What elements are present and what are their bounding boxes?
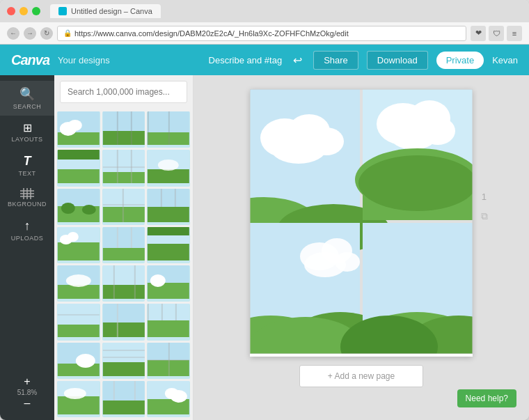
list-item[interactable]	[57, 304, 100, 340]
sidebar-label-uploads: UPLOADS	[11, 235, 44, 242]
list-item[interactable]	[102, 227, 145, 263]
browser-addressbar: ← → ↻ 🔒 https://www.canva.com/design/DAB…	[0, 22, 529, 45]
canva-logo[interactable]: Canva	[11, 52, 49, 68]
svg-rect-77	[102, 362, 144, 376]
list-item[interactable]	[147, 265, 190, 302]
copy-page-icon[interactable]: ⧉	[481, 210, 488, 222]
svg-rect-13	[130, 111, 132, 145]
describe-tag-label: Describe and #tag	[209, 55, 283, 65]
zoom-in-button[interactable]: +	[24, 376, 30, 387]
browser-tab[interactable]: Untitled design – Canva	[50, 4, 161, 18]
background-icon	[20, 188, 34, 199]
svg-point-32	[82, 205, 96, 215]
list-item[interactable]	[102, 381, 145, 417]
sidebar-item-text[interactable]: T TEXT	[0, 148, 54, 182]
list-item[interactable]	[102, 150, 145, 186]
maximize-dot[interactable]	[32, 7, 40, 15]
svg-rect-42	[58, 242, 100, 260]
svg-rect-55	[102, 265, 144, 285]
browser-titlebar: Untitled design – Canva	[0, 0, 529, 22]
panel-search-area	[54, 75, 193, 109]
close-dot[interactable]	[7, 7, 15, 15]
zoom-out-button[interactable]: –	[24, 398, 31, 409]
sidebar-label-text: TEXT	[18, 170, 35, 177]
refresh-button[interactable]: ↻	[40, 27, 53, 40]
svg-point-44	[68, 232, 79, 242]
list-item[interactable]	[57, 227, 100, 263]
user-name: Kevan	[492, 55, 518, 65]
list-item[interactable]	[102, 304, 145, 340]
back-button[interactable]: ←	[7, 27, 19, 40]
svg-rect-10	[102, 111, 144, 132]
svg-rect-37	[148, 189, 189, 207]
sidebar-item-uploads[interactable]: ↑ UPLOADS	[0, 213, 54, 247]
sidebar-item-search[interactable]: 🔍 SEARCH	[0, 81, 54, 116]
extension-btn-1[interactable]: ❤	[471, 26, 486, 41]
undo-button[interactable]: ↩	[290, 51, 305, 70]
main-content: 🔍 SEARCH ⊞ LAYOUTS T TEXT	[0, 75, 529, 420]
svg-rect-40	[175, 189, 176, 207]
download-button[interactable]: Download	[367, 51, 428, 70]
svg-rect-88	[102, 400, 144, 414]
svg-rect-63	[58, 325, 100, 337]
lock-icon: 🔒	[63, 29, 72, 37]
svg-rect-27	[148, 169, 189, 183]
svg-rect-16	[148, 111, 149, 145]
list-item[interactable]	[102, 343, 145, 379]
my-designs-link[interactable]: Your designs	[58, 55, 110, 65]
list-item[interactable]	[147, 150, 190, 186]
list-item[interactable]	[57, 150, 100, 186]
svg-rect-70	[148, 304, 149, 320]
tab-title: Untitled design – Canva	[71, 7, 152, 15]
tab-favicon	[58, 7, 67, 15]
svg-rect-38	[148, 207, 189, 222]
svg-point-86	[64, 388, 86, 399]
uploads-icon: ↑	[24, 219, 31, 233]
sidebar-item-background[interactable]: BKGROUND	[0, 182, 54, 213]
address-field[interactable]: 🔒 https://www.canva.com/design/DABM20zE2…	[57, 26, 466, 41]
private-button[interactable]: Private	[436, 52, 484, 69]
list-item[interactable]	[57, 265, 100, 302]
list-item[interactable]	[57, 189, 100, 225]
canvas-area: 1 ⧉ + Add a new page	[194, 75, 529, 420]
design-canvas-svg	[250, 89, 473, 354]
list-item[interactable]	[57, 343, 100, 379]
svg-rect-58	[134, 265, 135, 299]
svg-rect-68	[148, 304, 189, 320]
search-input[interactable]	[60, 81, 187, 103]
browser-frame: Untitled design – Canva ← → ↻ 🔒 https://…	[0, 0, 529, 420]
svg-point-28	[158, 160, 179, 171]
svg-point-31	[61, 203, 75, 214]
list-item[interactable]	[102, 189, 145, 225]
list-item[interactable]	[147, 111, 190, 148]
list-item[interactable]	[147, 189, 190, 225]
svg-point-114	[358, 155, 473, 211]
design-page[interactable]	[250, 89, 473, 357]
svg-rect-56	[102, 285, 144, 299]
need-help-button[interactable]: Need help?	[457, 389, 516, 407]
forward-button[interactable]: →	[24, 27, 36, 40]
share-button[interactable]: Share	[313, 51, 358, 70]
add-page-button[interactable]: + Add a new page	[299, 365, 423, 387]
svg-rect-67	[116, 304, 118, 337]
list-item[interactable]	[147, 304, 190, 340]
svg-rect-11	[102, 131, 144, 145]
sidebar: 🔍 SEARCH ⊞ LAYOUTS T TEXT	[0, 75, 54, 420]
sidebar-item-layouts[interactable]: ⊞ LAYOUTS	[0, 116, 54, 148]
list-item[interactable]	[57, 111, 100, 148]
minimize-dot[interactable]	[19, 7, 28, 15]
svg-rect-83	[148, 359, 189, 361]
svg-point-9	[68, 120, 82, 131]
extension-btn-2[interactable]: 🛡	[489, 26, 504, 41]
menu-btn[interactable]: ≡	[507, 26, 522, 41]
list-item[interactable]	[147, 381, 190, 417]
list-item[interactable]	[147, 227, 190, 263]
svg-rect-46	[102, 248, 144, 260]
list-item[interactable]	[102, 265, 145, 302]
page-number-label: 1	[482, 191, 487, 201]
sidebar-label-background: BKGROUND	[8, 201, 47, 208]
list-item[interactable]	[102, 111, 145, 148]
list-item[interactable]	[147, 343, 190, 379]
svg-rect-12	[116, 111, 118, 145]
list-item[interactable]	[57, 381, 100, 417]
